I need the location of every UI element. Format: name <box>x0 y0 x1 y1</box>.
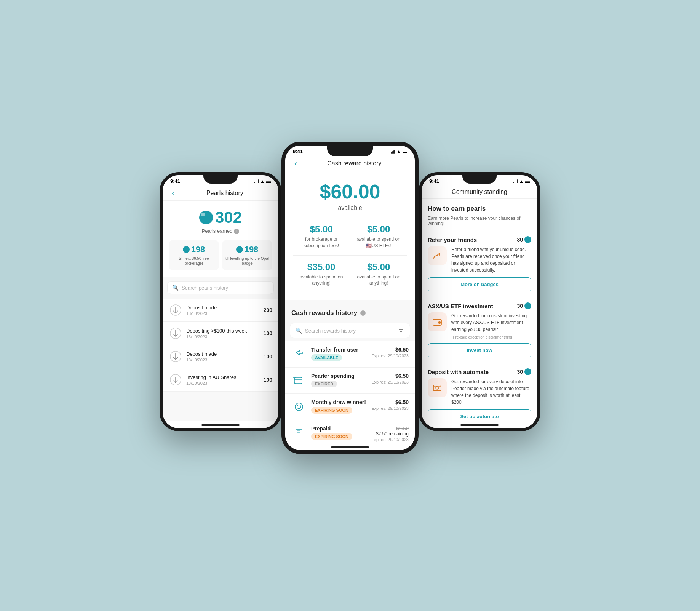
cash-hero: $60.00 available $5.00 for brokerage or … <box>285 171 415 300</box>
history-item-3[interactable]: Deposit made 13/10/2023 100 <box>163 345 278 368</box>
badge-expiring-1: EXPIRING SOON <box>311 407 352 414</box>
center-phone-content[interactable]: $60.00 available $5.00 for brokerage or … <box>285 171 415 443</box>
etf-desc: Get rewarded for consistent investing wi… <box>451 312 531 339</box>
wifi-icon-right: ▲ <box>519 179 524 184</box>
reward-info-1: Transfer from user AVAILABLE <box>311 347 367 361</box>
earn-pearl-2: 30 <box>517 302 531 309</box>
earn-item-header-2: ASX/US ETF investment 30 <box>428 302 531 309</box>
history-info-4: Investing in AU Shares 13/10/2023 <box>186 374 260 385</box>
reward-info-3: Monthly draw winner! EXPIRING SOON <box>311 399 367 414</box>
history-item-1[interactable]: Deposit made 13/10/2023 200 <box>163 299 278 322</box>
status-icons-center: ▲ ▬ <box>391 149 407 154</box>
pearler-icon <box>291 373 307 388</box>
notch-right <box>462 175 497 184</box>
more-on-badges-button[interactable]: More on badges <box>428 277 531 291</box>
home-indicator-right <box>422 421 537 428</box>
status-icons-right: ▲ ▬ <box>513 179 530 184</box>
status-icons-left: ▲ ▬ <box>254 179 271 184</box>
reward-item-3[interactable]: Monthly draw winner! EXPIRING SOON $6.50… <box>285 394 415 420</box>
search-placeholder-left: Search pearls history <box>182 285 228 291</box>
home-indicator-center <box>285 443 415 450</box>
refer-desc: Refer a friend with your unique code. Pe… <box>451 246 531 274</box>
cash-grid: $5.00 for brokerage or subscription fees… <box>293 218 407 293</box>
svg-point-15 <box>297 405 301 409</box>
invest-icon <box>169 373 182 387</box>
history-item-4[interactable]: Investing in AU Shares 13/10/2023 100 <box>163 368 278 392</box>
pearls-sub-label-2: till levelling up to the Opal badge <box>225 256 269 266</box>
pearl-icon-earn-2 <box>524 302 531 309</box>
how-to-title: How to earn pearls <box>422 199 537 216</box>
reward-right-2: $6.50 Expires: 29/10/2023 <box>371 373 409 384</box>
earn-item-header-3: Deposit with automate 30 <box>428 368 531 375</box>
signal-icon-center <box>391 150 395 154</box>
left-phone: 9:41 ▲ ▬ ‹ Pearls history 302 Pearls ear… <box>160 172 281 431</box>
time-center: 9:41 <box>293 149 303 154</box>
refer-icon-wrap <box>428 246 447 265</box>
earn-item-body-3: Get rewarded for every deposit into Pear… <box>428 378 531 406</box>
pearl-icon-earn-1 <box>524 236 531 243</box>
cash-grid-item-1: $5.00 for brokerage or subscription fees… <box>293 218 350 255</box>
reward-item-1[interactable]: Transfer from user AVAILABLE $6.50 Expir… <box>285 341 415 368</box>
reward-item-4[interactable]: Prepaid EXPIRING SOON $6.50 $2.50 remain… <box>285 420 415 443</box>
signal-icon-right <box>513 179 518 183</box>
nav-title-center: Cash reward history <box>300 160 409 167</box>
center-phone: 9:41 ▲ ▬ ‹ Cash reward history $60.00 av… <box>281 142 419 454</box>
notch-left <box>203 175 238 184</box>
right-phone: 9:41 ▲ ▬ Community standing How to earn … <box>419 172 540 431</box>
nav-bar-left: ‹ Pearls history <box>163 186 278 201</box>
pearls-label: Pearls earned i <box>169 228 272 234</box>
earn-item-etf: ASX/US ETF investment 30 <box>422 297 537 363</box>
pearls-hero: 302 Pearls earned i 198 till next $6.50 … <box>163 201 278 277</box>
reward-right-3: $6.50 Expires: 29/10/2023 <box>371 399 409 411</box>
earn-item-refer: Refer your friends 30 <box>422 231 537 297</box>
deposit-icon-2 <box>169 326 182 340</box>
invest-now-button[interactable]: Invest now <box>428 343 531 357</box>
right-phone-content[interactable]: How to earn pearls Earn more Pearls to i… <box>422 199 537 421</box>
back-button-center[interactable]: ‹ <box>291 159 300 168</box>
pearls-sub-amount-1: 198 <box>172 245 216 254</box>
time-right: 9:41 <box>429 178 439 184</box>
badge-expired-1: EXPIRED <box>311 381 337 387</box>
pearls-sub-card-2: 198 till levelling up to the Opal badge <box>222 240 272 270</box>
left-phone-content[interactable]: 302 Pearls earned i 198 till next $6.50 … <box>163 201 278 421</box>
search-placeholder-center: Search rewards history <box>305 328 356 334</box>
pearl-icon-small-2 <box>236 246 243 253</box>
setup-automate-button[interactable]: Set up automate <box>428 409 531 421</box>
badge-expiring-2: EXPIRING SOON <box>311 433 352 440</box>
pearls-sub-card-1: 198 till next $6.50 free brokerage! <box>169 240 219 270</box>
wifi-icon-left: ▲ <box>260 179 265 184</box>
deposit-icon-1 <box>169 303 182 317</box>
info-icon-pearls[interactable]: i <box>234 229 239 234</box>
earn-item-body-1: Refer a friend with your unique code. Pe… <box>428 246 531 274</box>
battery-icon-right: ▬ <box>525 179 530 184</box>
home-indicator-left <box>163 421 278 428</box>
search-bar-center[interactable]: 🔍 Search rewards history <box>290 323 410 338</box>
wallet-icon-wrap <box>428 312 447 331</box>
back-button-left[interactable]: ‹ <box>169 189 177 197</box>
phones-container: 9:41 ▲ ▬ ‹ Pearls history 302 Pearls ear… <box>141 134 559 477</box>
filter-button[interactable] <box>398 327 404 334</box>
history-info-1: Deposit made 13/10/2023 <box>186 305 260 316</box>
pearl-icon-earn-3 <box>524 368 531 375</box>
search-bar-left[interactable]: 🔍 Search pearls history <box>167 281 274 294</box>
deposit-icon-3 <box>169 350 182 363</box>
pearl-icon-large <box>199 211 213 224</box>
info-icon-cash[interactable]: i <box>360 310 366 316</box>
signal-icon-left <box>254 179 259 183</box>
earn-item-body-2: Get rewarded for consistent investing wi… <box>428 312 531 339</box>
how-to-sub: Earn more Pearls to increase your chance… <box>422 216 537 231</box>
community-content: How to earn pearls Earn more Pearls to i… <box>422 199 537 421</box>
cash-amount: $60.00 <box>293 180 407 203</box>
reward-info-4: Prepaid EXPIRING SOON <box>311 425 367 440</box>
earn-item-header-1: Refer your friends 30 <box>428 236 531 243</box>
reward-item-2[interactable]: Pearler spending EXPIRED $6.50 Expires: … <box>285 368 415 394</box>
transfer-icon <box>291 347 307 362</box>
search-icon-left: 🔍 <box>172 285 179 291</box>
reward-right-1: $6.50 Expires: 29/10/2023 <box>371 347 409 358</box>
reward-right-4: $6.50 $2.50 remaining Expires: 29/10/202… <box>371 425 409 442</box>
pearls-sub-label-1: till next $6.50 free brokerage! <box>172 256 216 266</box>
battery-icon-left: ▬ <box>266 179 271 184</box>
history-item-2[interactable]: Depositing >$100 this week 13/10/2023 10… <box>163 322 278 345</box>
cash-available-label: available <box>293 205 407 211</box>
earn-item-automate: Deposit with automate 30 <box>422 363 537 421</box>
